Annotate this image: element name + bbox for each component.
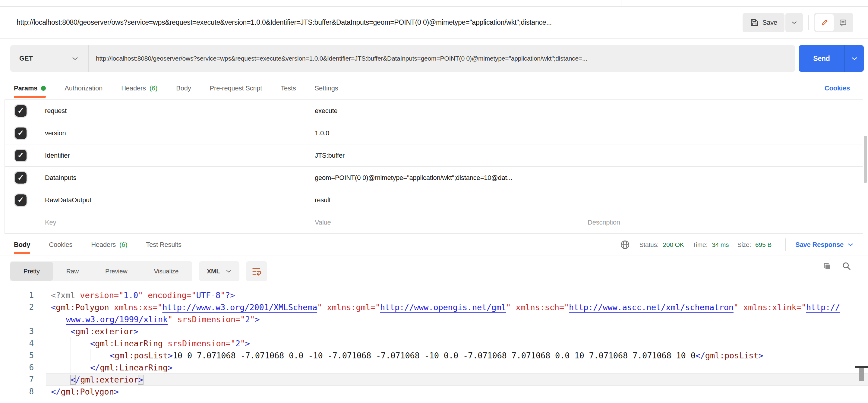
chevron-down-icon [851,57,858,61]
globe-icon[interactable] [620,240,630,250]
save-response-button[interactable]: Save Response [795,241,853,249]
code-line[interactable]: 6</gml:LinearRing> [0,362,868,373]
response-tab-headers[interactable]: Headers (6) [91,234,127,256]
method-select[interactable]: GET [10,45,89,72]
copy-icon[interactable] [822,261,832,271]
param-key[interactable]: version [36,122,308,144]
tab-params[interactable]: Params [14,77,46,99]
param-description[interactable] [581,144,863,166]
checkbox-checked[interactable]: ✓ [15,127,27,139]
line-number[interactable]: 8 [0,387,34,396]
comment-button[interactable] [834,14,852,31]
table-row: ✓RawDataOutputresult [5,189,863,211]
tab-authorization[interactable]: Authorization [64,77,102,99]
response-header: Body Cookies Headers (6) Test Results St… [0,234,868,256]
line-number[interactable]: 5 [0,351,34,360]
url-input[interactable]: http://localhost:8080/geoserver/ows?serv… [89,45,795,72]
code-line[interactable]: 5<gml:posList>10 0 7.071068 -7.071068 0.… [0,349,868,362]
line-number[interactable]: 1 [0,290,34,300]
view-pretty[interactable]: Pretty [10,262,53,281]
param-value[interactable]: geom=POINT(0 0)@mimetype="application/wk… [308,167,581,189]
checkbox-checked[interactable]: ✓ [15,194,27,206]
indent-guide [70,349,90,362]
save-button[interactable]: Save [743,13,784,32]
param-key[interactable]: RawDataOutput [36,189,308,211]
line-number[interactable]: 2 [0,303,34,312]
tab-settings[interactable]: Settings [315,77,338,99]
param-value[interactable]: 1.0.0 [308,122,581,144]
response-tab-test-results[interactable]: Test Results [146,234,181,256]
status-label: Status: [639,241,658,248]
response-tab-cookies[interactable]: Cookies [49,234,72,256]
param-description[interactable] [581,122,863,144]
tab-prerequest-script[interactable]: Pre-request Script [210,77,262,99]
params-modified-dot [41,86,46,91]
pencil-icon [820,19,829,27]
save-icon [750,18,759,27]
param-value[interactable]: JTS:buffer [308,144,581,166]
wrap-text-button[interactable] [246,261,267,281]
request-tab-divider [463,0,463,6]
params-table: ✓requestexecute✓version1.0.0✓IdentifierJ… [4,99,863,234]
param-description[interactable] [581,100,863,122]
chevron-down-icon [226,270,231,273]
param-description[interactable] [581,167,863,189]
edit-request-button[interactable] [815,14,834,31]
status-value[interactable]: 200 OK [663,241,684,248]
line-number[interactable]: 4 [0,339,34,348]
tab-tests[interactable]: Tests [281,77,296,99]
code-line[interactable]: 3<gml:exterior> [0,325,868,337]
checkbox-checked[interactable]: ✓ [15,150,27,161]
pane-border [3,0,3,403]
param-key[interactable]: request [36,100,308,122]
description-placeholder[interactable]: Description [581,211,863,233]
response-body-editor[interactable]: 1<?xml version="1.0" encoding="UTF-8"?>2… [0,287,868,398]
code-line[interactable]: 4<gml:LinearRing srsDimension="2"> [0,337,868,349]
send-options-button[interactable] [844,45,864,72]
tab-headers[interactable]: Headers (6) [121,77,157,99]
tab-body[interactable]: Body [176,77,191,99]
line-number[interactable]: 6 [0,363,34,372]
cookies-link[interactable]: Cookies [825,84,850,92]
response-tab-body[interactable]: Body [14,234,30,256]
format-select[interactable]: XML [199,261,239,281]
key-placeholder[interactable]: Key [36,211,308,233]
params-rows: ✓requestexecute✓version1.0.0✓IdentifierJ… [5,100,863,211]
params-vertical-scrollbar[interactable] [864,136,867,183]
time-label: Time: [692,241,708,248]
code-line[interactable]: 7</gml:exterior> [0,373,868,385]
code-line[interactable]: 2<gml:Polygon xmlns:xs="http://www.w3.or… [0,301,868,313]
param-value[interactable]: execute [308,100,581,122]
time-value[interactable]: 34 ms [712,241,729,248]
size-value[interactable]: 695 B [755,241,772,248]
param-key[interactable]: Identifier [36,144,308,166]
param-description[interactable] [581,189,863,211]
code-scrollbar-track [858,326,858,403]
save-options-button[interactable] [785,13,803,32]
wrap-text-icon [251,266,262,277]
indent-guide [51,325,70,337]
view-raw[interactable]: Raw [53,262,92,281]
table-row: ✓requestexecute [5,100,863,122]
code-horizontal-scrollbar[interactable] [855,366,868,368]
line-number[interactable]: 3 [0,327,34,336]
code-line[interactable]: 1<?xml version="1.0" encoding="UTF-8"?> [0,289,868,301]
indent-guide [51,337,70,349]
indent-guide [51,349,70,362]
view-mode-switch: Pretty Raw Preview Visualize [10,261,192,281]
size-label: Size: [737,241,751,248]
line-number[interactable]: 7 [0,375,34,384]
param-key[interactable]: DataInputs [36,167,308,189]
view-visualize[interactable]: Visualize [141,262,192,281]
code-vertical-scrollbar[interactable] [859,368,864,381]
code-line[interactable]: 8</gml:Polygon> [0,385,868,398]
checkbox-checked[interactable]: ✓ [15,105,27,117]
param-value[interactable]: result [308,189,581,211]
value-placeholder[interactable]: Value [308,211,581,233]
checkbox-checked[interactable]: ✓ [15,172,27,184]
view-preview[interactable]: Preview [92,262,141,281]
code-line[interactable]: www.w3.org/1999/xlink" srsDimension="2"> [0,313,868,325]
send-button[interactable]: Send [799,45,844,72]
request-tabs: Params Authorization Headers (6) Body Pr… [0,77,868,99]
search-icon[interactable] [842,261,851,271]
